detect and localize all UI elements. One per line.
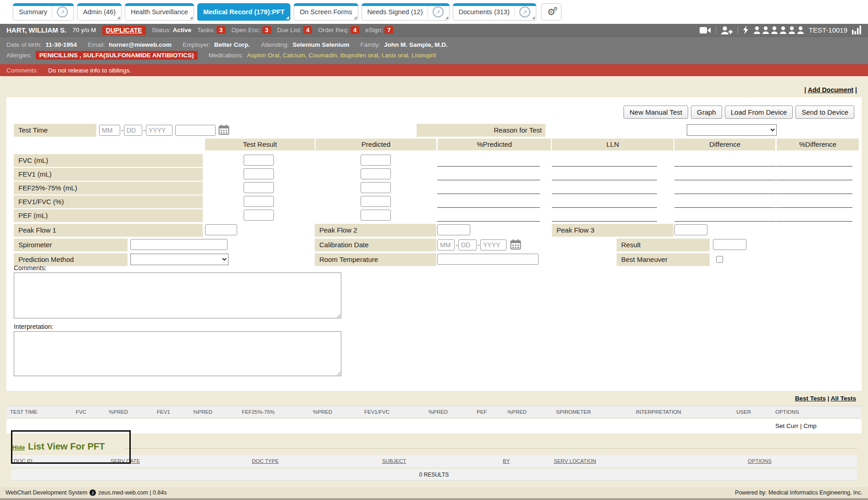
person-icon[interactable] <box>788 26 796 34</box>
person-icon[interactable] <box>753 26 761 34</box>
add-person-icon[interactable] <box>721 26 733 34</box>
prediction-method-select[interactable] <box>130 254 228 265</box>
fev1-test-result-input[interactable] <box>244 168 274 179</box>
column-header-pct-predicted: %Predicted <box>438 139 551 150</box>
all-tests-link[interactable]: All Tests <box>831 395 856 402</box>
medications-value[interactable]: Aspirin Oral, Calcium, Coumadin, ibuprof… <box>247 52 436 59</box>
fvc-pct-difference-field <box>776 166 852 167</box>
tab-label: On Screen Forms <box>300 8 352 16</box>
tests-filter-links: Best Tests | All Tests <box>795 395 856 402</box>
order-req-count-badge[interactable]: 4 <box>351 26 359 34</box>
allergies-value[interactable]: PENICILLINS , SULFA(SULFONAMIDE ANTIBIOT… <box>36 51 198 60</box>
new-manual-test-button[interactable]: New Manual Test <box>623 106 688 119</box>
person-icon[interactable] <box>771 26 778 34</box>
footer-host: zeus.med-web.com | 0.84s <box>98 489 167 496</box>
allergies-label: Allergies: <box>6 52 32 59</box>
person-icon[interactable] <box>779 26 787 34</box>
document-list-empty-row: 0 RESULTS <box>11 469 857 481</box>
peak-flow-1-input[interactable] <box>205 224 237 235</box>
result-input[interactable] <box>713 239 746 250</box>
fvc-test-result-input[interactable] <box>244 155 274 166</box>
calendar-icon[interactable] <box>218 124 229 135</box>
fev1-predicted-input[interactable] <box>361 168 391 179</box>
fef-test-result-input[interactable] <box>244 182 274 193</box>
due-list-count-badge[interactable]: 4 <box>303 26 312 34</box>
settings-gears-icon[interactable]: ⚙⚙ <box>541 3 562 21</box>
calendar-icon[interactable] <box>510 239 521 250</box>
add-document-link[interactable]: Add Document <box>808 86 854 94</box>
pef-predicted-input[interactable] <box>361 210 391 221</box>
results-header-fvc: FVC <box>76 409 86 415</box>
spirometer-label: Spirometer <box>14 239 128 251</box>
pipe: | <box>800 422 802 429</box>
calibration-day-input[interactable] <box>458 239 477 250</box>
tab-medical-record[interactable]: Medical Record (179):PFT <box>197 3 290 21</box>
load-from-device-button[interactable]: Load From Device <box>725 106 793 119</box>
tab-documents[interactable]: Documents (313) ↗ <box>453 3 536 21</box>
email-label: Email: <box>88 41 106 48</box>
peak-flow-2-input[interactable] <box>437 224 470 235</box>
date-separator: - <box>478 239 480 251</box>
doc-header-doc-type[interactable]: DOC TYPE <box>252 458 279 464</box>
fev1-fvc-pct-difference-field <box>776 207 852 208</box>
bar-chart-icon[interactable] <box>852 26 862 34</box>
column-header-predicted: Predicted <box>316 139 436 150</box>
fev1-fvc-test-result-input[interactable] <box>244 196 274 207</box>
reason-for-test-label: Reason for Test <box>417 124 545 137</box>
info-icon[interactable]: i <box>89 489 96 496</box>
fev1-lln-field <box>552 180 657 180</box>
footer-powered-by: Powered by: Medical Informatics Engineer… <box>735 489 862 496</box>
send-to-device-button[interactable]: Send to Device <box>796 106 854 119</box>
popout-icon[interactable]: ↗ <box>433 6 444 17</box>
doc-header-by[interactable]: BY <box>503 458 510 464</box>
test-time-year-input[interactable] <box>146 125 172 136</box>
tab-needs-signed[interactable]: Needs Signed (12) ↗ <box>362 3 450 21</box>
person-icon[interactable] <box>762 26 769 34</box>
results-header-pred-2: %PRED <box>193 409 212 415</box>
duplicate-flag[interactable]: DUPLICATE <box>102 26 146 35</box>
fvc-predicted-input[interactable] <box>361 155 391 166</box>
peak-flow-3-input[interactable] <box>674 224 707 235</box>
room-temperature-input[interactable] <box>437 254 539 265</box>
tab-health-surveillance[interactable]: Health Surveillance <box>125 3 194 21</box>
esign-count-badge[interactable]: 7 <box>384 26 393 34</box>
doc-header-subject[interactable]: SUBJECT <box>382 458 406 464</box>
doc-header-serv-location[interactable]: SERV LOCATION <box>554 458 596 464</box>
best-tests-link[interactable]: Best Tests <box>795 395 826 402</box>
fef-predicted-input[interactable] <box>361 182 391 193</box>
calibration-month-input[interactable] <box>437 239 455 250</box>
test-time-time-input[interactable] <box>175 125 216 136</box>
dob-label: Date of birth: <box>6 41 42 48</box>
lightning-bolt-icon[interactable] <box>743 26 749 34</box>
graph-button[interactable]: Graph <box>691 106 722 119</box>
test-time-day-input[interactable] <box>124 125 142 136</box>
open-enc-count-badge[interactable]: 3 <box>262 26 271 34</box>
document-list-header-row: DOC ID SERV DATE DOC TYPE SUBJECT BY SER… <box>11 455 857 468</box>
popout-icon[interactable]: ↗ <box>519 6 530 17</box>
interpretation-label: Interpretation: <box>14 323 53 330</box>
fev1-fvc-predicted-input[interactable] <box>361 196 391 207</box>
pef-test-result-input[interactable] <box>244 210 274 221</box>
tab-admin[interactable]: Admin (46) <box>77 3 122 21</box>
test-time-month-input[interactable] <box>99 125 120 136</box>
tab-on-screen-forms[interactable]: On Screen Forms <box>294 3 358 21</box>
video-camera-icon[interactable] <box>700 27 711 34</box>
best-maneuver-label: Best Maneuver <box>617 253 710 266</box>
calibration-year-input[interactable] <box>480 239 506 250</box>
interpretation-textarea[interactable] <box>14 331 341 376</box>
patient-header: HART, WILLIAM S. 70 y/o M DUPLICATE Stat… <box>0 24 868 64</box>
spirometer-input[interactable] <box>130 239 228 250</box>
doc-header-options[interactable]: OPTIONS <box>748 458 772 464</box>
cmp-link[interactable]: Cmp <box>803 422 817 429</box>
form-comments-textarea[interactable] <box>14 272 341 318</box>
column-header-difference: Difference <box>674 139 775 150</box>
popout-icon[interactable]: ↗ <box>57 6 68 17</box>
best-maneuver-checkbox[interactable] <box>716 256 723 263</box>
footer-system-name: WebChart Development System <box>6 489 87 496</box>
tab-summary[interactable]: Summary ↗ <box>13 3 74 21</box>
set-curr-link[interactable]: Set Curr <box>775 422 798 429</box>
person-icon[interactable] <box>797 26 804 34</box>
reason-for-test-select[interactable] <box>687 124 777 136</box>
tasks-count-badge[interactable]: 3 <box>217 26 225 34</box>
fev1-pct-difference-field <box>776 180 852 180</box>
